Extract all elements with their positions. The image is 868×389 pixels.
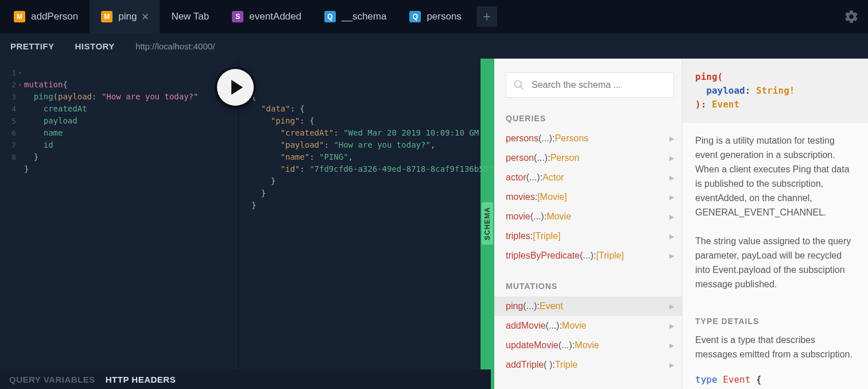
tab-label: New Tab (171, 11, 209, 22)
chevron-right-icon: ▶ (669, 361, 674, 369)
doc-description: Ping is a utility mutation for testing e… (683, 123, 868, 302)
schema-item-name: triplesByPredicate (506, 251, 580, 261)
result-viewer: ▾▾▾ { "data": { "ping": { "createdAt": "… (238, 59, 480, 389)
chevron-right-icon: ▶ (669, 174, 674, 182)
tab-badge: Q (409, 11, 421, 22)
schema-item-name: actor (506, 172, 526, 183)
chevron-right-icon: ▶ (669, 303, 674, 310)
schema-item-type: Event (540, 301, 563, 311)
execute-button[interactable] (217, 69, 254, 106)
tab-label: __schema (342, 11, 386, 22)
schema-item-ping[interactable]: ping(...): Event▶ (494, 296, 682, 316)
tab-badge: S (232, 11, 243, 22)
schema-item-type: Actor (542, 172, 564, 183)
schema-item-triples[interactable]: triples: [Triple]▶ (506, 226, 674, 246)
schema-item-actor[interactable]: actor(...): Actor▶ (506, 168, 674, 187)
type-details-heading: TYPE DETAILS (683, 302, 868, 329)
schema-item-persons[interactable]: persons(...): Persons▶ (506, 129, 674, 148)
schema-item-name: ping (506, 301, 523, 311)
chevron-right-icon: ▶ (669, 135, 674, 142)
type-definition: type Event { (683, 372, 868, 389)
schema-item-name: triples (506, 231, 530, 241)
schema-item-triplesByPredicate[interactable]: triplesByPredicate(...): [Triple]▶ (506, 246, 674, 265)
chevron-right-icon: ▶ (669, 194, 674, 201)
query-editor[interactable]: 12345678 ▾▾ mutation{ ping(payload: "How… (0, 59, 238, 389)
prettify-button[interactable]: PRETTIFY (0, 33, 65, 59)
schema-item-args: (...) (538, 133, 552, 144)
chevron-right-icon: ▶ (669, 342, 674, 349)
doc-panel: ping( payload: String! ): Event Ping is … (683, 59, 868, 389)
schema-item-type: Triple (555, 360, 578, 370)
schema-item-name: movies (506, 192, 535, 202)
variables-drawer[interactable]: QUERY VARIABLES HTTP HEADERS (0, 369, 491, 389)
schema-item-name: addMovie (506, 321, 545, 331)
schema-item-args: (...) (545, 321, 559, 331)
schema-item-person[interactable]: person(...): Person▶ (506, 148, 674, 168)
doc-signature: ping( payload: String! ): Event (683, 59, 868, 123)
schema-item-updateMovie[interactable]: updateMovie(...): Movie▶ (506, 336, 674, 355)
schema-item-type: Person (550, 153, 579, 163)
schema-item-name: person (506, 153, 534, 163)
new-tab-button[interactable]: + (476, 6, 497, 27)
tab-__schema[interactable]: Q__schema (313, 0, 398, 33)
mutations-heading: MUTATIONS (506, 282, 674, 291)
http-headers-tab[interactable]: HTTP HEADERS (106, 375, 176, 384)
history-button[interactable]: HISTORY (65, 33, 125, 59)
tab-persons[interactable]: Qpersons (398, 0, 472, 33)
tab-badge: M (14, 11, 25, 22)
settings-icon[interactable] (844, 9, 859, 24)
schema-item-args: (...) (580, 251, 594, 261)
chevron-right-icon: ▶ (669, 155, 674, 162)
schema-drawer-handle[interactable]: SCHEMA (480, 59, 494, 389)
chevron-right-icon: ▶ (669, 322, 674, 330)
schema-item-args: (...) (559, 340, 572, 351)
schema-item-args: (...) (523, 301, 537, 311)
schema-item-addMovie[interactable]: addMovie(...): Movie▶ (506, 316, 674, 336)
queries-heading: QUERIES (506, 114, 674, 123)
schema-item-name: persons (506, 133, 538, 144)
chevron-right-icon: ▶ (669, 213, 674, 221)
schema-item-movie[interactable]: movie(...): Movie▶ (506, 207, 674, 226)
tab-badge: M (101, 11, 113, 22)
tab-addperson[interactable]: MaddPerson (2, 0, 90, 33)
schema-search-input[interactable] (506, 72, 674, 98)
schema-item-name: movie (506, 211, 530, 222)
schema-item-type: [Triple] (596, 251, 623, 261)
schema-item-addTriple[interactable]: addTriple( ): Triple▶ (506, 355, 674, 375)
schema-item-args: (...) (534, 153, 548, 163)
tab-eventadded[interactable]: SeventAdded (220, 0, 313, 33)
tab-label: addPerson (31, 11, 78, 22)
tab-label: eventAdded (249, 11, 301, 22)
schema-item-type: Movie (562, 321, 587, 331)
schema-panel: QUERIES persons(...): Persons▶person(...… (494, 59, 683, 389)
schema-item-movies[interactable]: movies: [Movie]▶ (506, 187, 674, 207)
toolbar: PRETTIFY HISTORY (0, 33, 868, 59)
chevron-right-icon: ▶ (669, 252, 674, 260)
schema-item-name: updateMovie (506, 340, 559, 351)
chevron-right-icon: ▶ (669, 233, 674, 240)
schema-item-type: [Movie] (537, 192, 567, 202)
schema-handle-label: SCHEMA (482, 202, 493, 245)
query-variables-tab[interactable]: QUERY VARIABLES (9, 375, 95, 384)
tab-ping[interactable]: Mping (90, 0, 160, 33)
schema-item-type: [Triple] (533, 231, 560, 241)
tab-new-tab[interactable]: New Tab (160, 0, 220, 33)
play-icon (231, 80, 243, 95)
tab-bar: MaddPersonMpingNew TabSeventAddedQ__sche… (0, 0, 868, 33)
tab-label: ping (118, 11, 137, 22)
schema-item-name: addTriple (506, 360, 544, 370)
schema-item-type: Movie (547, 211, 571, 222)
schema-item-type: Persons (555, 133, 588, 144)
type-description: Event is a type that describes messages … (683, 329, 868, 372)
schema-item-args: (...) (530, 211, 544, 222)
schema-item-args: (...) (526, 172, 540, 183)
tab-badge: Q (324, 11, 336, 22)
schema-item-type: Movie (575, 340, 599, 351)
tab-label: persons (427, 11, 461, 22)
endpoint-url-input[interactable] (131, 37, 868, 55)
schema-item-args: ( ) (544, 360, 552, 370)
close-icon[interactable] (142, 14, 148, 20)
